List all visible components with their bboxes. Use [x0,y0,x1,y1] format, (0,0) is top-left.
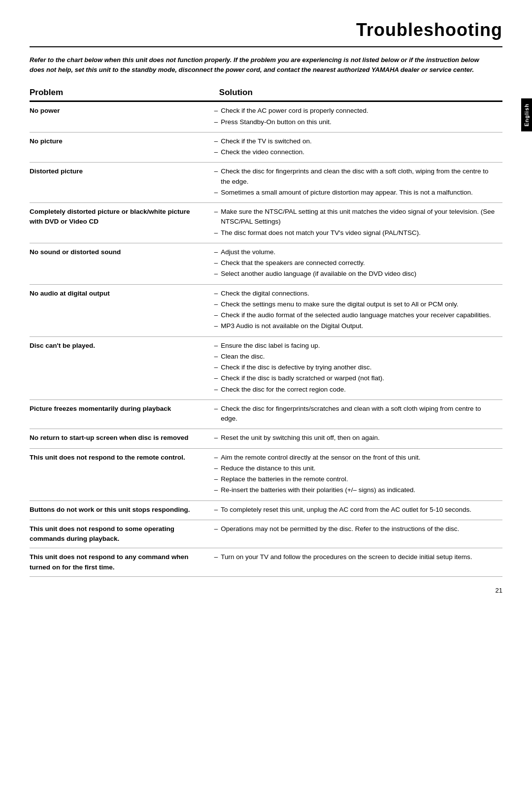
solution-dash: – [214,352,218,362]
solution-item: –Make sure the NTSC/PAL setting at this … [214,207,498,227]
problem-cell: Buttons do not work or this unit stops r… [30,500,209,520]
solution-item: –Adjust the volume. [214,247,498,257]
solution-text: To completely reset this unit, unplug th… [221,505,498,515]
solution-text: Adjust the volume. [221,247,498,257]
problem-cell: Picture freezes momentarily during playb… [30,399,209,429]
solution-cell: –Check if the AC power cord is properly … [209,101,502,133]
solution-dash: – [214,433,218,443]
solution-cell: –Check the digital connections.–Check th… [209,284,502,336]
solution-item: –Check if the AC power cord is properly … [214,106,498,116]
solution-text: Check that the speakers are connected co… [221,258,498,268]
solution-text: Aim the remote control directly at the s… [221,453,498,463]
solution-item: –Check the disc for fingerprints and cle… [214,166,498,187]
solution-dash: – [214,363,218,372]
solution-text: Check if the disc is defective by trying… [221,363,498,372]
problem-cell: No sound or distorted sound [30,243,209,284]
solution-dash: – [214,228,218,238]
troubleshoot-table: Problem Solution No power–Check if the A… [30,85,502,577]
table-row: Completely distorted picture or black/wh… [30,203,502,243]
solution-dash: – [214,299,218,309]
solution-dash: – [214,485,218,495]
table-row: Picture freezes momentarily during playb… [30,399,502,429]
solution-dash: – [214,207,218,217]
solution-item: –Reduce the distance to this unit. [214,464,498,473]
solution-cell: –Check the disc for fingerprints/scratch… [209,399,502,429]
solution-dash: – [214,289,218,299]
solution-cell: –Ensure the disc label is facing up.–Cle… [209,336,502,399]
solution-cell: –Adjust the volume.–Check that the speak… [209,243,502,284]
solution-text: Check if the audio format of the selecte… [221,310,498,320]
solution-text: Make sure the NTSC/PAL setting at this u… [221,207,498,227]
table-row: This unit does not respond to the remote… [30,448,502,500]
table-row: This unit does not respond to any comman… [30,548,502,577]
solution-text: Turn on your TV and follow the procedure… [221,552,498,562]
solution-dash: – [214,136,218,146]
solution-dash: – [214,117,218,127]
solution-dash: – [214,373,218,383]
solution-dash: – [214,453,218,463]
english-tab: English [521,99,532,132]
solution-text: Check the digital connections. [221,289,498,299]
solution-item: –Sometimes a small amount of picture dis… [214,188,498,198]
solution-item: –To completely reset this unit, unplug t… [214,505,498,515]
solution-text: Check the disc for fingerprints/scratche… [221,404,498,424]
table-row: No power–Check if the AC power cord is p… [30,101,502,133]
solution-item: –Operations may not be permitted by the … [214,524,498,534]
solution-dash: – [214,106,218,116]
solution-cell: –Operations may not be permitted by the … [209,520,502,548]
solution-dash: – [214,464,218,473]
solution-dash: – [214,269,218,279]
solution-cell: –To completely reset this unit, unplug t… [209,500,502,520]
col-solution-header: Solution [209,85,502,101]
solution-dash: – [214,385,218,395]
solution-dash: – [214,247,218,257]
solution-text: Re-insert the batteries with their polar… [221,485,498,495]
solution-text: Check if the TV is switched on. [221,136,498,146]
solution-dash: – [214,166,218,176]
solution-item: –The disc format does not match your TV'… [214,228,498,238]
solution-dash: – [214,404,218,414]
solution-item: –Check if the TV is switched on. [214,136,498,146]
table-row: No sound or distorted sound–Adjust the v… [30,243,502,284]
solution-cell: –Aim the remote control directly at the … [209,448,502,500]
solution-cell: –Make sure the NTSC/PAL setting at this … [209,203,502,243]
col-problem-header: Problem [30,85,209,101]
solution-item: –Aim the remote control directly at the … [214,453,498,463]
problem-cell: This unit does not respond to the remote… [30,448,209,500]
solution-item: –Check the disc for the correct region c… [214,385,498,395]
solution-item: –Ensure the disc label is facing up. [214,341,498,351]
solution-item: –Select another audio language (if avail… [214,269,498,279]
problem-cell: No return to start-up screen when disc i… [30,429,209,448]
solution-text: Sometimes a small amount of picture dist… [221,188,498,198]
solution-item: –Check the video connection. [214,147,498,157]
solution-item: –Re-insert the batteries with their pola… [214,485,498,495]
solution-text: Check if the disc is badly scratched or … [221,373,498,383]
solution-text: Reset the unit by switching this unit of… [221,433,498,443]
table-row: Buttons do not work or this unit stops r… [30,500,502,520]
solution-item: –Reset the unit by switching this unit o… [214,433,498,443]
solution-dash: – [214,524,218,534]
solution-item: –Check that the speakers are connected c… [214,258,498,268]
problem-cell: No power [30,101,209,133]
solution-item: –Check the disc for fingerprints/scratch… [214,404,498,424]
table-row: Disc can't be played.–Ensure the disc la… [30,336,502,399]
solution-dash: – [214,258,218,268]
solution-dash: – [214,474,218,484]
solution-text: MP3 Audio is not available on the Digita… [221,321,498,331]
solution-dash: – [214,341,218,351]
solution-text: Reduce the distance to this unit. [221,464,498,473]
solution-text: Check if the AC power cord is properly c… [221,106,498,116]
solution-item: –Check if the audio format of the select… [214,310,498,320]
table-row: This unit does not respond to some opera… [30,520,502,548]
solution-item: –Check the digital connections. [214,289,498,299]
solution-item: –MP3 Audio is not available on the Digit… [214,321,498,331]
page-title: Troubleshooting [30,20,502,40]
solution-cell: –Check the disc for fingerprints and cle… [209,163,502,203]
problem-cell: This unit does not respond to any comman… [30,548,209,577]
solution-dash: – [214,188,218,198]
solution-text: Check the disc for fingerprints and clea… [221,166,498,187]
solution-text: Operations may not be permitted by the d… [221,524,498,534]
solution-text: Ensure the disc label is facing up. [221,341,498,351]
problem-cell: No picture [30,132,209,163]
solution-text: The disc format does not match your TV's… [221,228,498,238]
